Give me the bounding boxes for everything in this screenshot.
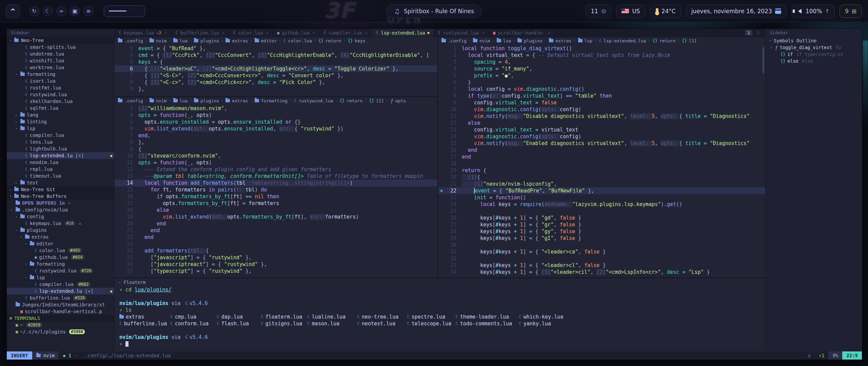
editor-pane-color[interactable]: .config›nvim›lua›plugins›extras›editor›☾… bbox=[115, 37, 437, 97]
code-line[interactable]: 8 { [1]"<C-c>", [2]"<cmd>CccPick<cr>", d… bbox=[115, 79, 437, 86]
tree-section-header[interactable]: ▸Neo-Tree Git bbox=[7, 186, 114, 193]
code-line[interactable]: 27 keys[#keys + 1] = { "gr", false } bbox=[438, 221, 765, 228]
tree-item[interactable]: ☾color.lua#493 bbox=[7, 247, 114, 254]
code-line[interactable]: ⊛22 event = { "BufReadPre", "BufNewFile"… bbox=[438, 187, 765, 194]
close-icon[interactable]: × bbox=[222, 30, 225, 35]
workspace-icon-5[interactable]: ≡ bbox=[83, 6, 94, 16]
code-line[interactable]: 6 vim.list_extend(dst: opts.ensure_insta… bbox=[115, 125, 437, 132]
tree-item[interactable]: ▸lang bbox=[7, 111, 114, 118]
code-line[interactable]: 10 vim.diagnostic.config(opts: config) bbox=[438, 106, 765, 113]
code-line[interactable]: 19return { bbox=[438, 167, 765, 174]
code-line[interactable]: 26 keys[#keys + 1] = { "gd", false } bbox=[438, 215, 765, 221]
editor-pane-rustywind[interactable]: .config›nvim›lua›plugins›extras›formatti… bbox=[115, 97, 437, 278]
chevron-icon[interactable]: ▾ bbox=[9, 208, 14, 212]
code-line[interactable]: 23 bbox=[115, 241, 437, 247]
code-line[interactable]: 10[1]"stevearc/conform.nvim", bbox=[115, 152, 437, 159]
code-line[interactable]: 7 { [1]"<S-C>", [2]"<cmd>CccConvert<cr>"… bbox=[115, 72, 437, 79]
chevron-icon[interactable]: ▸ bbox=[14, 113, 18, 117]
code-line[interactable]: 5keys = { bbox=[115, 59, 437, 65]
window-title-pill[interactable] bbox=[104, 5, 145, 17]
code-area[interactable]: 3[1]"williamboman/mason.nvim",4opts = fu… bbox=[115, 104, 437, 274]
code-area[interactable]: 3event = { "BufRead" },4cmd = { [1]"CccP… bbox=[115, 44, 437, 93]
workspace-count-widget[interactable]: 9 ⊞ bbox=[840, 4, 862, 18]
code-line[interactable]: 12 --- Extend the conform plugin config … bbox=[115, 166, 437, 173]
code-line[interactable]: 34 keys[#keys + 1] = { [1]"<leader>cil",… bbox=[438, 269, 765, 276]
close-icon[interactable]: × bbox=[313, 30, 315, 35]
code-line[interactable]: 32 bbox=[438, 255, 765, 262]
chevron-icon[interactable]: ▾ bbox=[14, 215, 18, 219]
chevron-icon[interactable]: ▾ bbox=[769, 45, 773, 50]
chevron-icon[interactable]: ▸ bbox=[14, 181, 18, 185]
chevron-icon[interactable]: ▸ bbox=[9, 187, 12, 192]
tree-section-header[interactable]: ▾Neo-Tree bbox=[7, 37, 114, 44]
code-line[interactable]: 4opts = function(_, opts) bbox=[115, 112, 437, 119]
tree-item[interactable]: ▣~#2859 bbox=[7, 322, 114, 328]
tree-item[interactable]: ☾rustfmt.lua bbox=[7, 84, 114, 91]
code-line[interactable]: 27 ["typescript"] = { "rustywind" }, bbox=[115, 268, 437, 274]
code-line[interactable]: 20 [1]{ bbox=[438, 174, 765, 181]
tree-item[interactable]: ☾rustywind.lua bbox=[7, 91, 114, 98]
tree-item[interactable]: ☾compiler.lua bbox=[7, 132, 114, 139]
code-line[interactable]: 20 end bbox=[115, 220, 437, 227]
temperature-widget[interactable]: 24°C bbox=[650, 4, 681, 18]
tab-github-lua[interactable]: ◉github.lua× bbox=[273, 29, 319, 37]
outline-item[interactable]: {}ifif type(config.vi bbox=[766, 51, 862, 58]
tree-item[interactable]: ▾plugins bbox=[7, 227, 114, 233]
code-line[interactable]: 28 keys[#keys + 1] = { "gy", false } bbox=[438, 228, 765, 235]
code-line[interactable]: 16 end bbox=[438, 147, 765, 154]
code-line[interactable]: 6 { [1]"<leader>uC", [2]"<cmd>CccHighlig… bbox=[115, 65, 437, 72]
tree-item[interactable]: ▾formatting bbox=[7, 261, 114, 267]
tree-item[interactable]: ▾editor bbox=[7, 240, 114, 247]
code-line[interactable]: 22 end bbox=[115, 234, 437, 241]
floaterm-panel[interactable]: ▾ Floaterm ›cd lua/plugins/nvim/lua/plug… bbox=[115, 278, 765, 351]
code-line[interactable]: 30 bbox=[438, 242, 765, 248]
workspace-icon-4[interactable]: ▣ bbox=[70, 6, 80, 16]
tab-color-lua[interactable]: ☾color.lua× bbox=[229, 29, 273, 37]
close-icon[interactable]: × bbox=[365, 30, 368, 35]
code-line[interactable]: 15 vim.notify(msg: "Enabled diagnostics … bbox=[438, 140, 765, 147]
tabpage-2[interactable]: 2 bbox=[754, 30, 762, 36]
tree-item[interactable]: ▸linting bbox=[7, 118, 114, 125]
tree-item[interactable]: ▾.config/nvim/lua bbox=[7, 206, 114, 213]
code-line[interactable]: 3[1]"williamboman/mason.nvim", bbox=[115, 105, 437, 112]
close-icon[interactable]: × bbox=[548, 30, 550, 35]
tree-item[interactable]: ☾keymaps.lua#10⚠ bbox=[7, 220, 114, 227]
code-line[interactable]: 14 vim.diagnostic.config(opts: config) bbox=[438, 133, 765, 140]
close-icon[interactable]: × bbox=[482, 30, 485, 35]
code-line[interactable]: 9 config.virtual_text = false bbox=[438, 99, 765, 106]
chevron-icon[interactable]: ▾ bbox=[24, 276, 28, 280]
code-line[interactable]: 33 keys[#keys + 1] = { "<leader>cl", fal… bbox=[438, 262, 765, 269]
tree-item[interactable]: ▾lsp bbox=[7, 274, 114, 281]
code-line[interactable]: 7 local config = vim.diagnostic.config() bbox=[438, 86, 765, 93]
tabpage-1[interactable]: 1 bbox=[745, 30, 752, 36]
code-line[interactable]: 17 opts.formatters_by_ft[ft] = formatter… bbox=[115, 200, 437, 207]
code-line[interactable]: 11opts = function(_, opts) bbox=[115, 159, 437, 166]
tree-section-header[interactable]: ▾Neo-Tree Buffers bbox=[7, 193, 114, 200]
tree-item[interactable]: ☾timeout.lua bbox=[7, 172, 114, 179]
code-line[interactable]: 16 if opts.formatters_by_ft[ft] == nil t… bbox=[115, 193, 437, 200]
code-line[interactable]: 17end bbox=[438, 154, 765, 160]
code-line[interactable]: 25 bbox=[438, 208, 765, 215]
close-icon[interactable]: × bbox=[164, 30, 167, 35]
outline-item[interactable]: {}elseelse bbox=[766, 58, 862, 64]
chevron-icon[interactable]: ▾ bbox=[24, 262, 28, 266]
tab-rustywind-lua[interactable]: ☾rustywind.lua× bbox=[434, 29, 489, 37]
code-line[interactable]: 5 prefix = "●", bbox=[438, 72, 765, 79]
code-line[interactable]: 23 init = function() bbox=[438, 194, 765, 201]
tree-item[interactable]: ▾lsp bbox=[7, 125, 114, 132]
music-widget[interactable]: ♫ Spiritbox - Rule Of Nines bbox=[386, 4, 482, 18]
tree-item[interactable]: ☾lsp-extended.lu[+]● bbox=[7, 152, 114, 159]
language-indicator[interactable]: US bbox=[616, 4, 645, 18]
keyboard-indicator[interactable]: 11 ⊙ bbox=[586, 4, 612, 18]
symbols-outline-header[interactable]: ▾ Symbols Outline bbox=[766, 37, 862, 44]
code-line[interactable]: 21 end bbox=[115, 227, 437, 234]
tree-item[interactable]: ☾lsp-extended.lu[+]● bbox=[7, 288, 114, 294]
code-line[interactable]: 26 ["javascriptreact"] = { "rustywind" }… bbox=[115, 261, 437, 268]
terminal-body[interactable]: ›cd lua/plugins/nvim/lua/plugins via ☾v5… bbox=[115, 286, 765, 347]
code-line[interactable]: 4 source = "if_many", bbox=[438, 65, 765, 72]
tree-item[interactable]: ☾lightbulb.lua bbox=[7, 145, 114, 152]
outline-item[interactable]: ▾ƒtoggle_diag_virtextfu bbox=[766, 44, 862, 51]
code-line[interactable]: 12 else bbox=[438, 120, 765, 126]
code-line[interactable]: 14 local function add_formatters(tbl :ta… bbox=[115, 180, 437, 186]
code-line[interactable]: 24 local keys = require(modname: "lazyvi… bbox=[438, 201, 765, 208]
